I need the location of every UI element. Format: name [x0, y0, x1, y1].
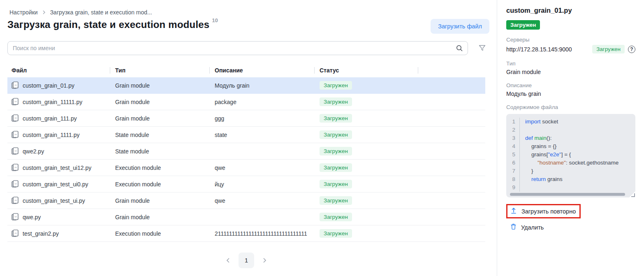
file-type: Grain module — [110, 115, 210, 122]
table-row[interactable]: ‹› test_grain2.py Execution module 21111… — [7, 225, 485, 242]
file-description: qwe — [210, 197, 315, 204]
col-header-description: Описание — [210, 63, 315, 77]
delete-button[interactable]: Удалить — [510, 223, 544, 231]
table-row[interactable]: ‹› custom_grain_test_ui0.py Execution mo… — [7, 176, 485, 193]
detail-status-badge: Загружен — [506, 20, 540, 30]
servers-label: Серверы — [506, 37, 635, 43]
search-icon[interactable] — [456, 44, 463, 52]
code-file-icon: ‹› — [12, 81, 19, 89]
file-description: 211111111111111111111111111111111 — [210, 230, 315, 237]
type-label: Тип — [506, 60, 635, 67]
table-row[interactable]: ‹› custom_grain_11111.py Grain module pa… — [7, 94, 485, 110]
table-row[interactable]: ‹› custom_grain_111.py Grain module ggg … — [7, 110, 485, 127]
svg-text:‹›: ‹› — [14, 149, 17, 153]
file-content-label: Содержимое файла — [506, 104, 635, 110]
file-name: custom_grain_111.py — [23, 115, 77, 122]
file-description: Модуль grain — [210, 82, 315, 89]
next-page-button[interactable] — [260, 256, 269, 265]
code-horizontal-scrollbar[interactable] — [510, 193, 625, 196]
type-value: Grain module — [506, 69, 635, 75]
code-lines: 1import socket23def main():4 grains = {}… — [506, 118, 635, 192]
search-input[interactable] — [7, 41, 468, 55]
file-type: State module — [110, 132, 210, 138]
trash-icon — [510, 223, 517, 231]
breadcrumb: Настройки Загрузка grain, state и execut… — [7, 9, 489, 16]
description-value: Модуль grain — [506, 90, 635, 97]
status-badge: Загружен — [320, 229, 352, 238]
file-name: qwe.py — [23, 214, 41, 220]
prev-page-button[interactable] — [224, 256, 233, 265]
code-file-icon: ‹› — [12, 230, 19, 237]
description-label: Описание — [506, 82, 635, 88]
server-status-badge: Загружен — [592, 45, 625, 53]
file-name: test_grain2.py — [23, 230, 59, 237]
file-type: State module — [110, 148, 210, 155]
file-type: Grain module — [110, 82, 210, 89]
reupload-button[interactable]: Загрузить повторно — [510, 207, 576, 215]
svg-text:‹›: ‹› — [14, 166, 17, 169]
file-description: qwe — [210, 165, 315, 171]
code-file-icon: ‹› — [12, 131, 19, 139]
detail-panel: custom_grain_01.py Загружен Серверы http… — [497, 0, 644, 276]
file-type: Grain module — [110, 99, 210, 105]
file-name: custom_grain_01.py — [23, 82, 74, 89]
file-name: custom_grain_1111.py — [23, 132, 80, 138]
status-badge: Загружен — [320, 114, 352, 123]
code-viewer: 1import socket23def main():4 grains = {}… — [506, 114, 635, 197]
svg-text:‹›: ‹› — [14, 215, 17, 218]
svg-text:‹›: ‹› — [14, 133, 17, 136]
file-name: custom_grain_test_ui12.py — [23, 165, 91, 171]
table-row[interactable]: ‹› custom_grain_01.py Grain module Модул… — [7, 77, 485, 94]
status-badge: Загружен — [320, 97, 352, 106]
upload-icon — [510, 207, 517, 215]
col-header-file: Файл — [7, 63, 110, 77]
file-type: Execution module — [110, 181, 210, 188]
code-file-icon: ‹› — [12, 147, 19, 155]
svg-text:‹›: ‹› — [14, 83, 17, 87]
help-icon[interactable]: ? — [628, 46, 635, 53]
file-name: custom_grain_11111.py — [23, 99, 82, 105]
server-url: http://172.28.15.145:9000 — [506, 46, 589, 53]
table-body: ‹› custom_grain_01.py Grain module Модул… — [7, 77, 485, 242]
resize-handle-icon[interactable] — [631, 194, 635, 197]
table-row[interactable]: ‹› qwe2.py State module Загружен — [7, 143, 485, 160]
file-name: custom_grain_test_ui0.py — [23, 181, 88, 188]
files-table: Файл Тип Описание Статус ‹› custom_grain… — [7, 63, 485, 242]
code-file-icon: ‹› — [12, 180, 19, 188]
file-description: state — [210, 132, 315, 138]
file-type: Grain module — [110, 214, 210, 220]
file-type: Grain module — [110, 197, 210, 204]
col-header-status: Статус — [315, 63, 418, 77]
detail-file-title: custom_grain_01.py — [506, 7, 635, 14]
code-file-icon: ‹› — [12, 197, 19, 204]
upload-file-button[interactable]: Загрузить файл — [431, 19, 489, 34]
breadcrumb-settings[interactable]: Настройки — [9, 9, 38, 16]
code-file-icon: ‹› — [12, 213, 19, 221]
file-description: йцу — [210, 181, 315, 188]
svg-text:‹›: ‹› — [14, 116, 17, 120]
table-header: Файл Тип Описание Статус — [7, 63, 485, 77]
filter-icon[interactable] — [479, 45, 486, 51]
status-badge: Загружен — [320, 147, 352, 155]
file-name: qwe2.py — [23, 148, 44, 155]
table-row[interactable]: ‹› qwe.py Grain module Загружен — [7, 209, 485, 225]
file-description: ggg — [210, 115, 315, 122]
code-file-icon: ‹› — [12, 164, 19, 172]
status-badge: Загружен — [320, 130, 352, 139]
code-file-icon: ‹› — [12, 114, 19, 122]
page-number-button[interactable]: 1 — [239, 253, 254, 268]
code-file-icon: ‹› — [12, 98, 19, 106]
status-badge: Загружен — [320, 196, 352, 205]
svg-text:‹›: ‹› — [14, 232, 17, 235]
col-header-empty — [418, 63, 485, 77]
table-row[interactable]: ‹› custom_grain_test_ui.py Grain module … — [7, 193, 485, 209]
status-badge: Загружен — [320, 81, 352, 90]
svg-text:‹›: ‹› — [14, 100, 17, 103]
svg-text:‹›: ‹› — [14, 182, 17, 186]
status-badge: Загружен — [320, 163, 352, 172]
table-row[interactable]: ‹› custom_grain_1111.py State module sta… — [7, 127, 485, 143]
col-header-type: Тип — [110, 63, 210, 77]
table-row[interactable]: ‹› custom_grain_test_ui12.py Execution m… — [7, 160, 485, 176]
breadcrumb-current: Загрузка grain, state и execution mod... — [50, 9, 152, 16]
page-title: Загрузка grain, state и execution module… — [7, 19, 218, 30]
